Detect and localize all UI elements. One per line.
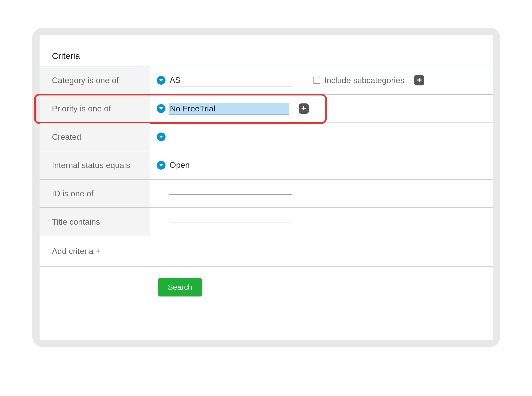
dropdown-icon[interactable] bbox=[157, 161, 166, 170]
include-subcategories-wrap: Include subcategories bbox=[313, 76, 404, 85]
category-value-field[interactable]: AS bbox=[169, 74, 292, 86]
created-value-field[interactable] bbox=[169, 136, 292, 138]
dropdown-icon[interactable] bbox=[157, 133, 166, 141]
criteria-value-cell bbox=[150, 208, 493, 236]
include-subcategories-checkbox[interactable] bbox=[313, 77, 320, 84]
criteria-label: ID is one of bbox=[40, 180, 150, 207]
criteria-row-priority: Priority is one of No FreeTrial bbox=[40, 95, 493, 123]
actions-row: Search bbox=[40, 267, 493, 296]
title-value-field[interactable] bbox=[169, 221, 292, 223]
criteria-row-category: Category is one of AS Include subcategor… bbox=[40, 66, 493, 95]
criteria-row-id: ID is one of bbox=[40, 180, 493, 208]
id-value-field[interactable] bbox=[169, 192, 292, 195]
criteria-value-cell: Open bbox=[150, 151, 493, 179]
add-priority-button[interactable] bbox=[299, 103, 309, 114]
criteria-table: Category is one of AS Include subcategor… bbox=[40, 66, 493, 267]
criteria-row-title: Title contains bbox=[40, 208, 493, 236]
criteria-label: Category is one of bbox=[40, 66, 150, 94]
add-category-button[interactable] bbox=[414, 75, 424, 85]
dropdown-icon[interactable] bbox=[157, 76, 166, 85]
section-title: Criteria bbox=[40, 35, 493, 66]
criteria-value-cell: No FreeTrial bbox=[150, 95, 493, 122]
criteria-label: Internal status equals bbox=[40, 151, 150, 179]
internal-status-value-field[interactable]: Open bbox=[169, 159, 292, 171]
criteria-value-cell bbox=[150, 180, 493, 207]
criteria-label: Title contains bbox=[40, 208, 150, 236]
criteria-label: Priority is one of bbox=[40, 95, 150, 122]
priority-value-field[interactable]: No FreeTrial bbox=[169, 103, 289, 115]
criteria-row-internal-status: Internal status equals Open bbox=[40, 151, 493, 180]
dropdown-icon[interactable] bbox=[157, 104, 166, 113]
criteria-panel: Criteria Category is one of AS Include s… bbox=[40, 35, 493, 340]
criteria-label: Created bbox=[40, 123, 150, 151]
criteria-value-cell bbox=[150, 123, 493, 151]
add-criteria-row[interactable]: Add criteria + bbox=[40, 236, 493, 267]
outer-frame: Criteria Category is one of AS Include s… bbox=[32, 28, 500, 347]
include-subcategories-label: Include subcategories bbox=[324, 76, 404, 85]
criteria-value-cell: AS Include subcategories bbox=[150, 66, 493, 94]
criteria-row-created: Created bbox=[40, 123, 493, 151]
search-button[interactable]: Search bbox=[158, 278, 202, 296]
